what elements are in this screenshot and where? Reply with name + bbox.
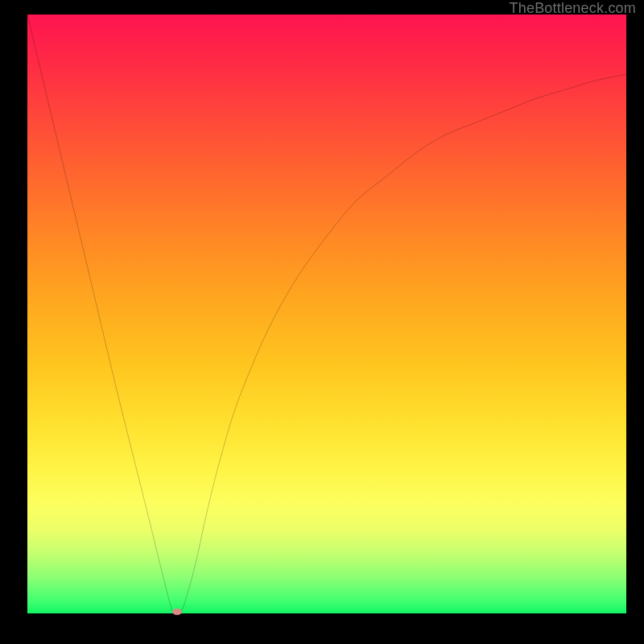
- plot-area: [27, 14, 626, 613]
- chart-frame: TheBottleneck.com: [0, 0, 644, 644]
- bottleneck-curve: [27, 14, 626, 613]
- watermark: TheBottleneck.com: [510, 0, 636, 17]
- bottleneck-marker: [172, 609, 182, 615]
